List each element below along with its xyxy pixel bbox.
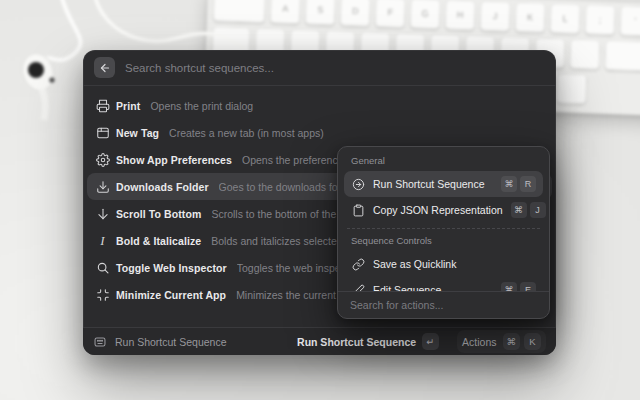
enter-keycap: ↵ xyxy=(422,333,439,350)
item-title: Minimize Current App xyxy=(116,289,226,301)
item-title: Downloads Folder xyxy=(116,181,209,193)
keyboard-key xyxy=(604,40,640,72)
item-title: New Tag xyxy=(116,127,159,139)
keyboard-key: J xyxy=(480,1,511,32)
arrow-right-circle-icon xyxy=(351,177,365,191)
search-input[interactable] xyxy=(125,62,545,74)
earbud-grille xyxy=(28,62,44,78)
link-icon xyxy=(351,257,365,271)
cmd-keycap: ⌘ xyxy=(511,202,527,218)
menu-item-label: Run Shortcut Sequence xyxy=(373,178,493,190)
j-keycap: J xyxy=(530,202,546,218)
keyboard-key: L xyxy=(550,3,581,34)
keyboard-key xyxy=(569,39,600,70)
footer-bar: Run Shortcut Sequence Run Shortcut Seque… xyxy=(83,327,556,355)
arrow-down-icon xyxy=(95,206,110,221)
keyboard-key xyxy=(556,73,587,104)
cmd-keycap: ⌘ xyxy=(503,333,521,350)
minimize-icon xyxy=(95,287,110,302)
extension-icon xyxy=(93,335,107,349)
arrow-left-icon xyxy=(99,62,111,74)
item-subtitle: Opens the print dialog xyxy=(150,100,253,112)
list-item-new-tag[interactable]: New Tag Creates a new tab (in most apps) xyxy=(87,119,552,146)
menu-item-label: Save as Quicklink xyxy=(373,258,536,270)
cmd-keycap: ⌘ xyxy=(501,282,517,291)
keyboard-key: D xyxy=(340,0,371,27)
list-item-print[interactable]: Print Opens the print dialog xyxy=(87,92,552,119)
keyboard-key: H xyxy=(445,0,476,30)
search-bar xyxy=(83,50,556,86)
clipboard-icon xyxy=(351,203,365,217)
actions-button[interactable]: Actions ⌘ K xyxy=(457,330,546,353)
footer-primary-action[interactable]: Run Shortcut Sequence xyxy=(297,336,416,348)
menu-item-label: Copy JSON Representation xyxy=(373,204,503,216)
tab-icon xyxy=(95,125,110,140)
e-keycap: E xyxy=(520,282,536,291)
download-icon xyxy=(95,179,110,194)
keyboard-key: ; xyxy=(585,4,616,35)
footer-context-label: Run Shortcut Sequence xyxy=(115,336,227,348)
italic-icon: I xyxy=(95,233,110,248)
menu-item-run-shortcut-sequence[interactable]: Run Shortcut Sequence ⌘ R xyxy=(344,171,543,197)
gear-icon xyxy=(95,152,110,167)
menu-section-header: Sequence Controls xyxy=(344,234,543,251)
earbud-dot xyxy=(49,77,54,82)
menu-divider xyxy=(347,228,540,229)
menu-search-bar xyxy=(338,291,549,318)
keyboard-key: ' xyxy=(620,5,640,36)
item-title: Toggle Web Inspector xyxy=(116,262,227,274)
actions-menu: General Run Shortcut Sequence ⌘ R Copy J… xyxy=(337,146,550,319)
menu-item-copy-json[interactable]: Copy JSON Representation ⌘ J xyxy=(344,197,543,223)
item-title: Show App Preferences xyxy=(116,154,232,166)
menu-search-input[interactable] xyxy=(350,299,537,311)
menu-section-header: General xyxy=(344,154,543,171)
actions-menu-list: General Run Shortcut Sequence ⌘ R Copy J… xyxy=(338,147,549,291)
item-title: Bold & Italicalize xyxy=(116,235,201,247)
r-keycap: R xyxy=(520,176,536,192)
menu-item-save-as-quicklink[interactable]: Save as Quicklink xyxy=(344,251,543,277)
keyboard-key: G xyxy=(410,0,441,29)
back-button[interactable] xyxy=(94,57,115,78)
keyboard-key: F xyxy=(375,0,406,28)
item-title: Print xyxy=(116,100,140,112)
keyboard-key: S xyxy=(305,0,336,25)
keyboard-key: K xyxy=(515,2,546,33)
cmd-keycap: ⌘ xyxy=(501,176,517,192)
actions-label: Actions xyxy=(462,336,496,348)
k-keycap: K xyxy=(524,333,541,350)
menu-item-label: Edit Sequence xyxy=(373,284,493,291)
menu-item-edit-sequence[interactable]: Edit Sequence ⌘ E xyxy=(344,277,543,291)
item-subtitle: Creates a new tab (in most apps) xyxy=(169,127,324,139)
item-title: Scroll To Bottom xyxy=(116,208,201,220)
pencil-icon xyxy=(351,283,365,291)
magnifier-icon xyxy=(95,260,110,275)
printer-icon xyxy=(95,98,110,113)
